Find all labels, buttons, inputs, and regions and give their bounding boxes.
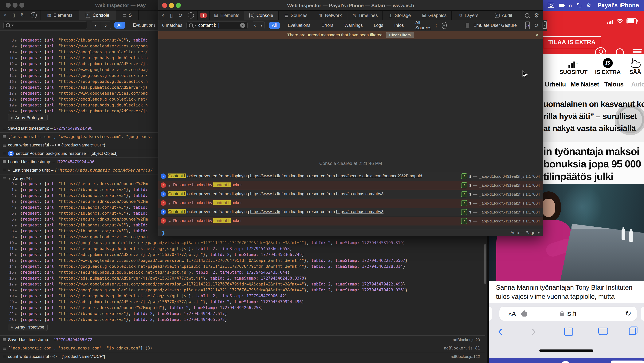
clear-search-icon[interactable]: ✕ bbox=[240, 23, 245, 28]
disclosure-triangle-icon[interactable]: ▶ bbox=[15, 73, 20, 79]
scope-filter-infos[interactable]: Infos bbox=[391, 22, 407, 29]
next-tab-edge[interactable] bbox=[641, 307, 644, 321]
disclosure-triangle-icon[interactable]: ▶ bbox=[15, 229, 20, 234]
console-prompt-row[interactable]: ❯ Auto — Page bbox=[158, 229, 543, 236]
console-array-row[interactable]: 19▶{request: {url: "https://securepubads… bbox=[0, 293, 487, 299]
tabs-icon[interactable] bbox=[629, 326, 638, 335]
menu-item-me-naiset[interactable]: Me Naiset bbox=[570, 81, 599, 88]
sources-stepper-icon[interactable]: ∧∨ bbox=[436, 23, 438, 28]
disclosure-triangle-icon[interactable]: ▶ bbox=[15, 61, 20, 67]
tab-console[interactable]: ΣConsole bbox=[79, 11, 116, 20]
text-segment[interactable]: https://ib.adnxs.com/ut/v3 bbox=[336, 209, 384, 214]
disclosure-triangle-icon[interactable]: ▶ bbox=[15, 317, 20, 322]
close-icon[interactable]: ✕ bbox=[535, 32, 539, 38]
console-array-row[interactable]: 12▶{request: {url: "https://ads.pubmatic… bbox=[0, 61, 158, 67]
sources-dropdown[interactable]: All Sources bbox=[415, 20, 431, 31]
source-location-link[interactable]: _app-d1fcddf6431eaf2f.js:1:17004 bbox=[479, 192, 540, 197]
inspect-element-icon[interactable]: ⌖ bbox=[162, 12, 164, 18]
error-count-badge[interactable]: ! bbox=[200, 13, 207, 18]
source-location-link[interactable]: _app-d1fcddf6431eaf2f.js:1:17004 bbox=[479, 209, 540, 215]
scope-filter-all[interactable]: All bbox=[269, 22, 280, 29]
nav-item-suositut[interactable]: ↑SUOSITUT bbox=[559, 57, 588, 75]
disclosure-triangle-icon[interactable]: ▶ bbox=[15, 299, 20, 305]
reload-icon[interactable]: ↻ bbox=[625, 309, 632, 318]
console-array-row[interactable]: 17▶{request: {url: "https://www.googlead… bbox=[0, 90, 158, 96]
tab-storage[interactable]: ◫Storage bbox=[382, 11, 417, 20]
download-icon[interactable]: ↓ bbox=[188, 12, 194, 19]
console-array-row[interactable]: 19▶{request: {url: "https://securepubads… bbox=[0, 102, 158, 108]
scope-filter-evaluations[interactable]: Evaluations bbox=[285, 22, 314, 29]
scope-filter-warnings[interactable]: Warnings bbox=[342, 22, 366, 29]
console-array-row[interactable]: 20▶{request: {url: "https://ads.pubmatic… bbox=[0, 108, 158, 114]
disclosure-triangle-icon[interactable]: ▶ bbox=[15, 252, 20, 257]
device-icon[interactable]: ▯ bbox=[12, 12, 15, 18]
next-result-button[interactable]: › bbox=[258, 22, 264, 29]
disclosure-triangle-icon[interactable]: ▶ bbox=[15, 288, 20, 293]
disclosure-triangle-icon[interactable]: ▶ bbox=[15, 44, 20, 49]
zoom-window-button[interactable] bbox=[20, 3, 24, 8]
disclosure-triangle-icon[interactable]: ▶ bbox=[15, 91, 20, 96]
disclosure-triangle-icon[interactable]: ▶ bbox=[15, 258, 20, 263]
home-indicator[interactable] bbox=[539, 349, 594, 352]
text-segment[interactable]: https://ib.adnxs.com/ut/v3 bbox=[336, 191, 384, 196]
disclosure-triangle-icon[interactable]: ▶ bbox=[15, 199, 20, 204]
headphones-icon[interactable]: ∩ bbox=[569, 3, 572, 8]
back-search-input[interactable] bbox=[4, 22, 87, 29]
console-array-row[interactable]: 18▶{request: {url: "https://googleads.g.… bbox=[0, 287, 487, 293]
array-prototype-row[interactable]: Array Prototype bbox=[8, 114, 48, 121]
nav-item-sää[interactable]: ☀SÄÄ bbox=[629, 57, 641, 75]
gear-icon[interactable]: ⚙ bbox=[586, 2, 591, 9]
filter-list-icon[interactable]: ≡ bbox=[442, 22, 447, 29]
disclosure-triangle-icon[interactable]: ▶ bbox=[15, 193, 20, 198]
console-message-error[interactable]: !▶Resource blocked by content blockerfs—… bbox=[158, 199, 543, 208]
console-array-row[interactable]: 22▶{request: {url: "https://ib.adnxs.com… bbox=[0, 311, 487, 316]
console-array-row[interactable]: 8▶{request: {url: "https://ib.adnxs.com/… bbox=[0, 37, 158, 43]
console-array-row[interactable]: 13▶{request: {url: "https://www.googlead… bbox=[0, 257, 487, 263]
disclosure-triangle-icon[interactable]: ▶ bbox=[168, 201, 171, 206]
console-array-row[interactable]: 14▶{request: {url: "https://googleads.g.… bbox=[0, 263, 487, 269]
close-window-button[interactable] bbox=[6, 3, 11, 8]
console-array-row[interactable]: 10▶{request: {url: "https://googleads.g.… bbox=[0, 49, 158, 55]
console-search-input[interactable]: content b ✕ bbox=[186, 22, 248, 29]
tab-sources[interactable]: ▤Sources bbox=[278, 11, 313, 20]
inspect-element-icon[interactable]: ⌖ bbox=[4, 12, 7, 18]
menu-item-auto[interactable]: Auto bbox=[631, 81, 644, 88]
console-message-error[interactable]: !▶Resource blocked by content blockerfs—… bbox=[158, 181, 543, 190]
bookmarks-icon[interactable] bbox=[598, 327, 608, 335]
menu-item-talous[interactable]: Talous bbox=[604, 81, 624, 88]
disclosure-triangle-icon[interactable]: ▶ bbox=[15, 264, 20, 269]
console-array-row[interactable]: 16▶{request: {url: "https://ads.pubmatic… bbox=[0, 275, 487, 281]
tab-s[interactable]: ▤S bbox=[116, 11, 138, 20]
device-icon[interactable]: ▯ bbox=[170, 12, 173, 19]
console-array-row[interactable]: 17▶{request: {url: "https://www.googlead… bbox=[0, 281, 487, 287]
reload-icon[interactable]: ↻ bbox=[178, 12, 182, 19]
tab-layers[interactable]: ⧉Layers bbox=[452, 11, 486, 20]
console-message-info[interactable]: iContent blocker prevented frame display… bbox=[158, 190, 543, 199]
source-location-link[interactable]: _app-d1fcddf6431eaf2f.js:1:17004 bbox=[479, 183, 540, 188]
source-location-link[interactable]: adBlocker.js:81 bbox=[444, 346, 480, 350]
disclosure-triangle-icon[interactable]: ▶ bbox=[168, 219, 171, 224]
subscribe-button[interactable]: TILAA IS EXTRA bbox=[543, 36, 601, 48]
reload-icon[interactable]: ↻ bbox=[21, 12, 25, 18]
disclosure-triangle-icon[interactable]: ▶ bbox=[15, 38, 20, 43]
previous-result-button[interactable]: ‹ bbox=[252, 22, 258, 29]
camera-icon[interactable] bbox=[548, 3, 554, 8]
console-array-row[interactable]: 10▶{request: {url: "https://googleads.g.… bbox=[0, 240, 487, 246]
previous-result-button[interactable]: ‹ bbox=[91, 22, 101, 29]
forward-button[interactable]: › bbox=[531, 324, 536, 338]
disclosure-triangle-icon[interactable]: ▶ bbox=[15, 103, 20, 108]
console-message-error[interactable]: !▶Resource blocked by content blockerfs—… bbox=[158, 217, 543, 225]
tab-elements[interactable]: ▦Elements bbox=[209, 11, 244, 20]
url-display[interactable]: is.fi bbox=[499, 310, 637, 317]
console-array-row[interactable]: 11▶{request: {url: "https://securepubads… bbox=[0, 246, 487, 252]
tab-elements[interactable]: ▦Elements bbox=[40, 11, 79, 20]
disclosure-triangle-icon[interactable]: ▶ bbox=[15, 85, 20, 90]
console-array-row[interactable]: 15▶{request: {url: "https://securepubads… bbox=[0, 79, 158, 84]
disclosure-triangle-icon[interactable]: ▶ bbox=[15, 293, 20, 299]
back-button[interactable]: ‹ bbox=[498, 324, 502, 338]
disclosure-triangle-icon[interactable]: ▼ bbox=[8, 177, 11, 180]
console-array-row[interactable]: 9▶{request: {url: "https://www.googleads… bbox=[0, 43, 158, 49]
address-bar[interactable]: AA is.fi ↻ bbox=[499, 307, 637, 321]
console-array-row[interactable]: 20▶{request: {url: "https://ads.pubmatic… bbox=[0, 299, 487, 305]
tab-console[interactable]: ΣConsole bbox=[244, 11, 278, 20]
